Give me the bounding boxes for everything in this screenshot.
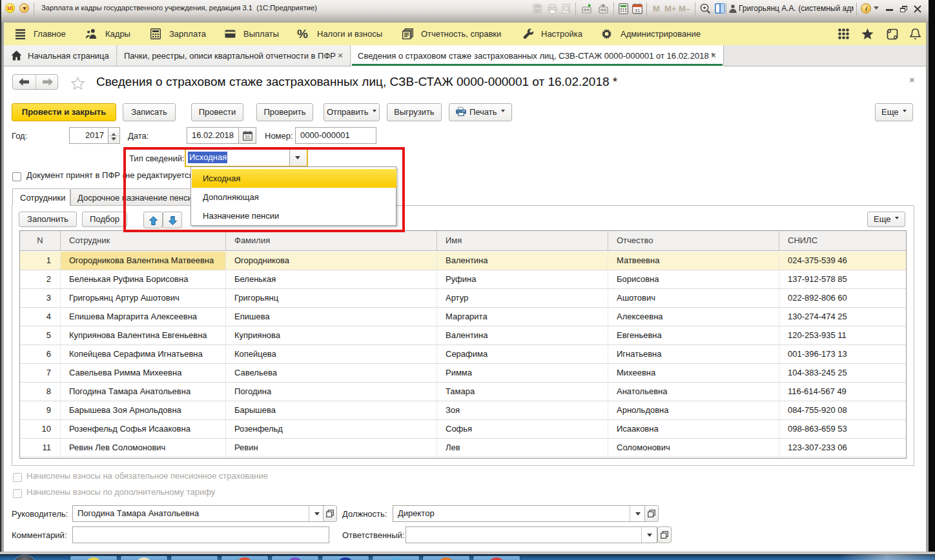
svg-text:31: 31 (245, 134, 250, 140)
svg-text:31: 31 (635, 8, 641, 14)
